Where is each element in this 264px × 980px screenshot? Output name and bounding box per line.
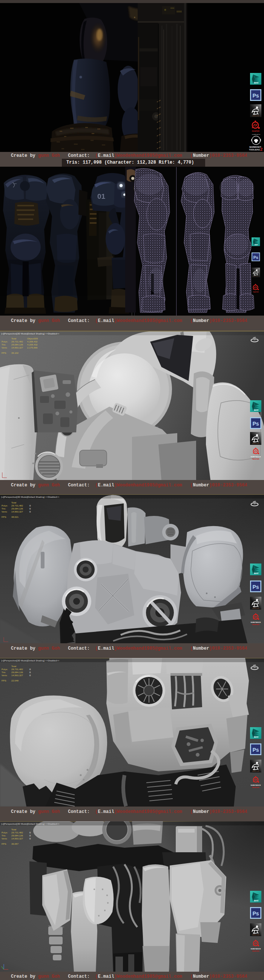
svg-text:FPS:: FPS: xyxy=(2,515,7,518)
svg-text:0: 0 xyxy=(29,668,31,670)
svg-text:0: 0 xyxy=(29,674,31,676)
svg-text:29,731,482: 29,731,482 xyxy=(11,504,24,507)
svg-text:14,993,327: 14,993,327 xyxy=(11,510,24,513)
svg-text:29,731,482: 29,731,482 xyxy=(11,668,24,670)
svg-text:14,993,327: 14,993,327 xyxy=(11,346,24,349)
svg-text:Tris:: Tris: xyxy=(2,343,6,346)
svg-text:Polys:: Polys: xyxy=(2,504,8,507)
svg-text:Verts:: Verts: xyxy=(2,837,8,840)
svg-text:FPS:: FPS: xyxy=(2,842,7,845)
svg-text:[+][Perspective][3D Mode][Defa: [+][Perspective][3D Mode][Default Shadin… xyxy=(1,823,60,825)
svg-text:14,993,327: 14,993,327 xyxy=(11,674,24,676)
svg-text:[+][Perspective][3D Mode][Defa: [+][Perspective][3D Mode][Default Shadin… xyxy=(1,660,60,662)
svg-text:[+][Perspective][3D Mode][Defa: [+][Perspective][3D Mode][Default Shadin… xyxy=(1,496,60,498)
svg-text:0: 0 xyxy=(29,510,31,513)
svg-text:FPS:: FPS: xyxy=(2,679,7,682)
svg-text:0: 0 xyxy=(29,671,31,673)
svg-text:Polys:: Polys: xyxy=(2,340,8,343)
svg-text:0: 0 xyxy=(29,837,31,840)
svg-text:01: 01 xyxy=(97,192,106,200)
svg-text:0: 0 xyxy=(29,507,31,510)
svg-text:0: 0 xyxy=(29,831,31,834)
svg-text:FPS:: FPS: xyxy=(2,352,7,354)
svg-text:Verts:: Verts: xyxy=(2,674,8,676)
svg-text:4,208,432: 4,208,432 xyxy=(27,343,38,346)
svg-text:Total: Total xyxy=(11,828,16,831)
svg-text:36.057: 36.057 xyxy=(11,842,19,845)
svg-text:0: 0 xyxy=(29,834,31,837)
svg-text:Polys:: Polys: xyxy=(2,668,8,670)
svg-text:Verts:: Verts: xyxy=(2,346,8,349)
svg-text:Total: Total xyxy=(11,501,16,504)
svg-text:Total: Total xyxy=(11,337,16,340)
svg-text:Verts:: Verts: xyxy=(2,510,8,513)
svg-text:[+][Perspective][3D Mode][Defa: [+][Perspective][3D Mode][Default Shadin… xyxy=(1,332,60,335)
svg-text:29,084,136: 29,084,136 xyxy=(11,507,24,510)
svg-text:2,175,665: 2,175,665 xyxy=(27,346,38,349)
svg-text:48.021: 48.021 xyxy=(11,515,19,518)
svg-text:Polys:: Polys: xyxy=(2,831,8,834)
svg-text:29,084,136: 29,084,136 xyxy=(11,834,24,837)
svg-text:Object009: Object009 xyxy=(27,337,38,340)
svg-text:29,731,482: 29,731,482 xyxy=(11,831,24,834)
svg-text:14,993,327: 14,993,327 xyxy=(11,837,24,840)
svg-text:4,208,432: 4,208,432 xyxy=(27,340,38,343)
svg-text:36.102: 36.102 xyxy=(11,352,19,354)
svg-text:22.048: 22.048 xyxy=(11,679,19,682)
svg-text:29,731,482: 29,731,482 xyxy=(11,340,24,343)
svg-text:Total: Total xyxy=(11,665,16,667)
svg-text:0: 0 xyxy=(29,504,31,507)
svg-text:Tris:: Tris: xyxy=(2,671,6,673)
svg-text:Tris:: Tris: xyxy=(2,507,6,510)
svg-text:29,084,136: 29,084,136 xyxy=(11,671,24,673)
svg-text:Tris:: Tris: xyxy=(2,834,6,837)
svg-text:29,084,136: 29,084,136 xyxy=(11,343,24,346)
